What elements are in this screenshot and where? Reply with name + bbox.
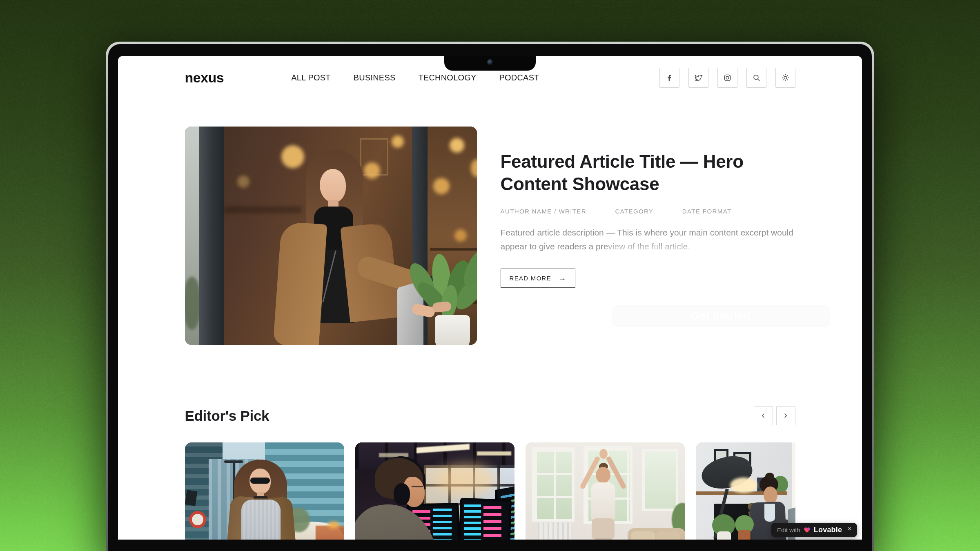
editors-pick-header: Editor's Pick ‹ ›	[185, 406, 795, 425]
lovable-heart-icon	[804, 527, 811, 533]
site-logo[interactable]: nexus	[185, 70, 224, 86]
twitter-button[interactable]	[688, 68, 708, 88]
carousel-controls: ‹ ›	[754, 406, 795, 425]
theme-toggle-button[interactable]	[775, 68, 795, 88]
nav-business[interactable]: BUSINESS	[354, 73, 396, 82]
plant-pot	[435, 315, 470, 345]
featured-article-title: Featured Article Title — Hero Content Sh…	[501, 150, 795, 195]
featured-article-image[interactable]	[185, 127, 477, 345]
badge-brand: Lovable	[814, 526, 842, 534]
nav-all-post[interactable]: ALL POST	[291, 73, 330, 82]
author-name: AUTHOR NAME / WRITER	[501, 208, 587, 215]
meta-separator: —	[664, 208, 671, 215]
article-meta: AUTHOR NAME / WRITER — CATEGORY — DATE F…	[501, 208, 795, 215]
twitter-icon	[694, 73, 703, 82]
card-developer-workspace[interactable]	[355, 442, 514, 540]
instagram-icon	[723, 73, 732, 82]
lovable-badge[interactable]: Edit with Lovable ×	[771, 523, 857, 537]
instagram-button[interactable]	[717, 68, 737, 88]
nav-technology[interactable]: TECHNOLOGY	[418, 73, 476, 82]
laptop-screen: nexus ALL POST BUSINESS TECHNOLOGY PODCA…	[118, 56, 862, 540]
laptop-mockup: nexus ALL POST BUSINESS TECHNOLOGY PODCA…	[106, 42, 874, 551]
headphones	[394, 483, 410, 505]
search-button[interactable]	[746, 68, 766, 88]
webcam-icon	[487, 59, 493, 65]
nav-podcast[interactable]: PODCAST	[499, 73, 539, 82]
carousel-prev-button[interactable]: ‹	[754, 406, 773, 425]
carousel-next-button[interactable]: ›	[776, 406, 795, 425]
search-icon	[752, 73, 761, 82]
badge-prefix: Edit with	[777, 527, 800, 533]
read-more-button[interactable]: READ MORE →	[501, 269, 576, 288]
featured-article: Featured Article Title — Hero Content Sh…	[185, 127, 795, 345]
sun-icon	[781, 73, 790, 82]
camera-notch	[444, 56, 536, 71]
arrow-right-icon: →	[559, 274, 566, 282]
header-icons	[659, 68, 795, 88]
web-page: nexus ALL POST BUSINESS TECHNOLOGY PODCA…	[185, 56, 795, 540]
badge-close-icon[interactable]: ×	[848, 525, 851, 532]
article-date: DATE FORMAT	[682, 208, 732, 215]
laptop-bezel: nexus ALL POST BUSINESS TECHNOLOGY PODCA…	[108, 44, 872, 551]
card-yoga-home[interactable]	[526, 442, 685, 540]
article-description: Featured article description — This is w…	[501, 226, 795, 253]
chevron-right-icon: ›	[784, 409, 787, 421]
facebook-icon	[665, 73, 674, 82]
main-nav: ALL POST BUSINESS TECHNOLOGY PODCAST	[291, 73, 539, 82]
chevron-left-icon: ‹	[762, 409, 765, 421]
featured-article-text: Featured Article Title — Hero Content Sh…	[501, 127, 795, 345]
editors-pick-title: Editor's Pick	[185, 408, 270, 424]
article-category: CATEGORY	[615, 208, 653, 215]
sunglasses	[250, 478, 270, 484]
ghost-get-started-button: Get Started	[612, 305, 830, 327]
card-street-fashion[interactable]	[185, 442, 344, 540]
facebook-button[interactable]	[659, 68, 679, 88]
editors-pick-carousel	[185, 442, 795, 540]
meta-separator: —	[597, 208, 604, 215]
